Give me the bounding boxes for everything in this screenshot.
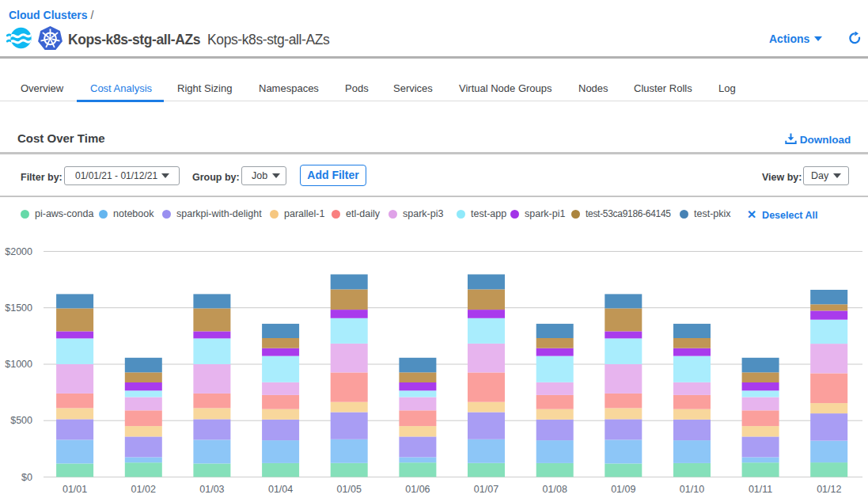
svg-text:01/06: 01/06 <box>405 484 430 495</box>
svg-text:$1500: $1500 <box>5 302 32 314</box>
svg-text:01/10: 01/10 <box>680 484 704 495</box>
svg-text:01/04: 01/04 <box>268 484 293 495</box>
svg-text:01/08: 01/08 <box>543 484 567 495</box>
svg-text:01/02: 01/02 <box>131 484 156 495</box>
svg-text:01/11: 01/11 <box>749 484 772 495</box>
svg-text:$2000: $2000 <box>5 246 32 257</box>
svg-text:$1000: $1000 <box>5 359 32 370</box>
svg-text:01/12: 01/12 <box>817 484 841 495</box>
svg-text:01/05: 01/05 <box>337 484 362 495</box>
svg-text:01/09: 01/09 <box>611 484 635 495</box>
svg-text:01/03: 01/03 <box>199 484 224 495</box>
svg-text:01/01: 01/01 <box>63 484 87 495</box>
svg-text:01/07: 01/07 <box>474 484 498 495</box>
svg-text:$500: $500 <box>10 415 32 426</box>
svg-text:$0: $0 <box>21 472 32 483</box>
